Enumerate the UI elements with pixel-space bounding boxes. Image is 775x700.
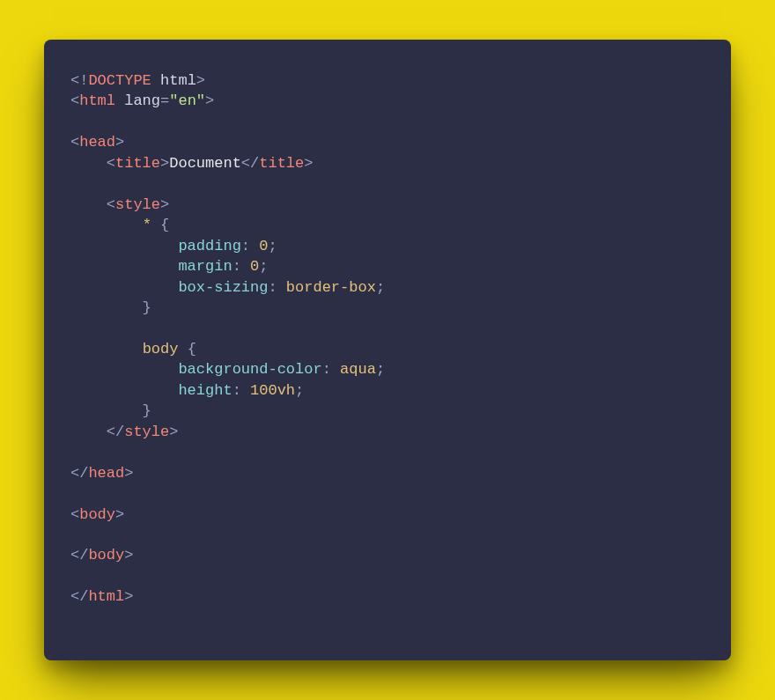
code-line: <body>: [70, 506, 124, 523]
code-token: head: [88, 465, 124, 482]
code-token: {: [151, 217, 169, 233]
code-token: Document: [169, 155, 241, 172]
code-token: >: [160, 196, 169, 213]
code-token: 0: [259, 238, 268, 254]
code-token: }: [70, 402, 151, 419]
code-line: * {: [70, 217, 169, 233]
code-line: [70, 320, 79, 336]
code-line: margin: 0;: [70, 258, 268, 275]
code-line: [70, 114, 79, 130]
code-token: [70, 217, 143, 233]
code-line: [70, 485, 79, 502]
code-line: body {: [70, 341, 196, 357]
code-token: >: [124, 547, 133, 564]
code-token: {: [178, 341, 196, 357]
code-token: ;: [268, 238, 277, 254]
code-token: :: [232, 382, 250, 399]
code-token: padding: [178, 238, 240, 254]
code-line: </head>: [70, 465, 133, 482]
code-token: :: [232, 258, 250, 275]
code-line: [70, 444, 79, 461]
code-token: 100vh: [250, 382, 295, 399]
code-line: <title>Document</title>: [70, 155, 313, 172]
code-token: >: [205, 92, 214, 109]
code-token: <: [70, 196, 115, 213]
code-token: background-color: [178, 361, 321, 378]
code-token: border-box: [286, 279, 376, 296]
code-token: body: [88, 547, 124, 564]
code-token: </: [70, 465, 88, 482]
code-token: =: [160, 92, 169, 109]
code-line: <!DOCTYPE html>: [70, 72, 205, 89]
code-token: >: [169, 424, 178, 440]
code-line: [70, 568, 79, 585]
code-token: <: [70, 155, 115, 172]
code-token: html: [88, 588, 124, 605]
code-token: head: [79, 134, 115, 151]
code-token: >: [160, 155, 169, 172]
code-token: title: [115, 155, 160, 172]
code-token: margin: [178, 258, 232, 275]
code-line: box-sizing: border-box;: [70, 279, 385, 296]
code-token: ;: [259, 258, 268, 275]
code-token: html: [160, 72, 196, 89]
code-token: :: [322, 361, 340, 378]
code-token: html: [79, 92, 124, 109]
code-token: ;: [295, 382, 304, 399]
code-token: body: [79, 506, 115, 523]
code-token: [70, 258, 178, 275]
code-token: [70, 238, 178, 254]
code-token: </: [70, 588, 88, 605]
code-line: <html lang="en">: [70, 92, 214, 109]
code-token: </: [241, 155, 259, 172]
code-token: aqua: [340, 361, 376, 378]
code-token: DOCTYPE: [88, 72, 160, 89]
code-token: [70, 279, 178, 296]
code-token: style: [124, 424, 169, 440]
code-token: >: [196, 72, 205, 89]
code-token: >: [124, 465, 133, 482]
code-snippet-card: <!DOCTYPE html> <html lang="en"> <head> …: [44, 40, 731, 660]
code-token: body: [143, 341, 179, 357]
code-token: lang: [124, 92, 160, 109]
code-token: }: [70, 299, 151, 316]
code-line: </html>: [70, 588, 133, 605]
code-token: <!: [70, 72, 88, 89]
code-token: [70, 361, 178, 378]
code-token: :: [241, 238, 259, 254]
code-token: :: [268, 279, 285, 296]
code-token: box-sizing: [178, 279, 268, 296]
code-token: >: [124, 588, 133, 605]
code-line: }: [70, 402, 151, 419]
code-token: >: [304, 155, 313, 172]
code-token: </: [70, 424, 124, 440]
code-token: [70, 382, 178, 399]
code-token: <: [70, 134, 79, 151]
code-token: </: [70, 547, 88, 564]
code-token: <: [70, 506, 79, 523]
code-token: ;: [376, 361, 385, 378]
code-line: background-color: aqua;: [70, 361, 385, 378]
code-line: </body>: [70, 547, 133, 564]
code-line: height: 100vh;: [70, 382, 304, 399]
code-line: [70, 175, 79, 192]
code-token: *: [143, 217, 151, 233]
code-token: title: [259, 155, 304, 172]
code-token: style: [115, 196, 160, 213]
code-token: [70, 341, 143, 357]
code-line: <style>: [70, 196, 169, 213]
code-token: >: [115, 134, 124, 151]
code-token: ;: [376, 279, 385, 296]
code-line: }: [70, 299, 151, 316]
code-line: <head>: [70, 134, 124, 151]
code-token: 0: [250, 258, 259, 275]
code-token: "en": [169, 92, 205, 109]
code-line: </style>: [70, 424, 178, 440]
code-token: height: [178, 382, 232, 399]
code-token: <: [70, 92, 79, 109]
code-token: >: [115, 506, 124, 523]
code-line: [70, 527, 79, 543]
code-line: padding: 0;: [70, 238, 277, 254]
code-block: <!DOCTYPE html> <html lang="en"> <head> …: [70, 70, 705, 608]
